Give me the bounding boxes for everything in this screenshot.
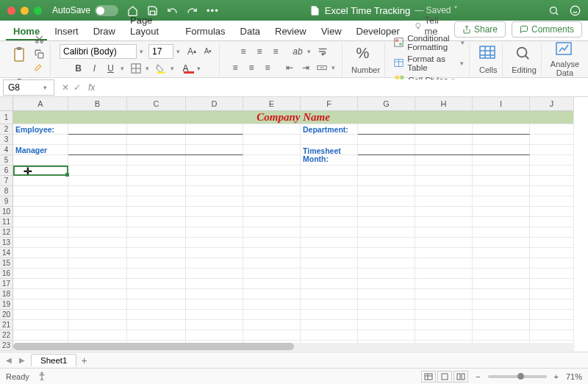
zoom-level[interactable]: 71% bbox=[566, 372, 582, 381]
cell[interactable] bbox=[243, 227, 301, 238]
cell[interactable] bbox=[243, 196, 301, 207]
tab-formulas[interactable]: Formulas bbox=[178, 22, 232, 40]
cell[interactable] bbox=[301, 269, 358, 279]
autosave-toggle[interactable] bbox=[95, 5, 118, 16]
paste-button[interactable] bbox=[9, 44, 29, 65]
cell[interactable] bbox=[186, 279, 243, 289]
chevron-down-icon[interactable]: ▾ bbox=[146, 65, 151, 72]
cell[interactable] bbox=[358, 279, 415, 289]
cell[interactable] bbox=[127, 279, 186, 289]
row-header-21[interactable]: 21 bbox=[0, 320, 13, 330]
cell[interactable] bbox=[127, 166, 186, 176]
name-box[interactable]: G8 ▾ bbox=[3, 79, 54, 96]
cell[interactable] bbox=[415, 248, 473, 258]
row-header-5[interactable]: 5 bbox=[0, 155, 13, 166]
cell[interactable] bbox=[13, 299, 68, 310]
cell[interactable] bbox=[68, 258, 127, 269]
cell[interactable] bbox=[530, 196, 574, 207]
cell[interactable] bbox=[127, 186, 186, 196]
more-icon[interactable]: ••• bbox=[207, 5, 219, 16]
cell[interactable] bbox=[473, 207, 530, 217]
cell[interactable] bbox=[186, 310, 243, 320]
cell[interactable] bbox=[358, 227, 415, 238]
cell[interactable] bbox=[68, 227, 127, 238]
row-header-16[interactable]: 16 bbox=[0, 269, 13, 279]
cell[interactable] bbox=[358, 186, 415, 196]
col-header-J[interactable]: J bbox=[530, 97, 574, 111]
cell[interactable] bbox=[301, 258, 358, 269]
cell[interactable] bbox=[68, 166, 127, 176]
cell[interactable] bbox=[186, 248, 243, 258]
tab-data[interactable]: Data bbox=[233, 22, 268, 40]
copy-button[interactable] bbox=[32, 48, 46, 61]
cell[interactable] bbox=[13, 207, 68, 217]
cell[interactable] bbox=[301, 238, 358, 248]
increase-font[interactable]: A▴ bbox=[185, 45, 198, 58]
row-header-18[interactable]: 18 bbox=[0, 289, 13, 299]
department-label[interactable]: Department: bbox=[301, 124, 358, 135]
align-left[interactable]: ≡ bbox=[229, 61, 242, 74]
tab-insert[interactable]: Insert bbox=[47, 22, 86, 40]
decrease-indent[interactable]: ⇤ bbox=[283, 61, 296, 74]
cell[interactable] bbox=[186, 217, 243, 227]
cell[interactable] bbox=[415, 269, 473, 279]
cell[interactable] bbox=[473, 310, 530, 320]
timesheet-month-input[interactable] bbox=[358, 145, 530, 155]
cell[interactable] bbox=[68, 289, 127, 299]
cell[interactable] bbox=[13, 135, 68, 145]
row-header-3[interactable]: 3 bbox=[0, 135, 13, 145]
cell[interactable] bbox=[127, 299, 186, 310]
row-header-8[interactable]: 8 bbox=[0, 186, 13, 196]
percent-icon[interactable]: % bbox=[356, 45, 376, 64]
underline-button[interactable]: U bbox=[104, 62, 118, 75]
cell[interactable] bbox=[243, 145, 301, 155]
cell[interactable] bbox=[473, 186, 530, 196]
cell[interactable] bbox=[13, 330, 68, 341]
cell[interactable] bbox=[415, 166, 473, 176]
cell[interactable] bbox=[243, 299, 301, 310]
align-middle[interactable]: ≡ bbox=[253, 45, 266, 58]
tab-draw[interactable]: Draw bbox=[86, 22, 123, 40]
cell[interactable] bbox=[530, 145, 574, 155]
cell[interactable] bbox=[301, 217, 358, 227]
cell[interactable] bbox=[13, 248, 68, 258]
cell[interactable] bbox=[358, 269, 415, 279]
cell[interactable] bbox=[127, 330, 186, 341]
cell[interactable] bbox=[301, 299, 358, 310]
cell[interactable] bbox=[530, 269, 574, 279]
chevron-down-icon[interactable]: ▾ bbox=[331, 64, 337, 71]
cell[interactable] bbox=[415, 279, 473, 289]
cell[interactable] bbox=[415, 258, 473, 269]
cell[interactable] bbox=[186, 176, 243, 186]
manager-input[interactable] bbox=[68, 145, 243, 155]
maximize-window[interactable] bbox=[34, 7, 42, 15]
cell[interactable] bbox=[473, 155, 530, 166]
cell[interactable] bbox=[415, 299, 473, 310]
cell[interactable] bbox=[301, 135, 358, 145]
editing-icon[interactable] bbox=[514, 45, 534, 64]
col-header-H[interactable]: H bbox=[415, 97, 473, 111]
tab-page-layout[interactable]: Page Layout bbox=[123, 11, 178, 40]
tab-view[interactable]: View bbox=[314, 22, 349, 40]
minimize-window[interactable] bbox=[21, 7, 29, 15]
orientation[interactable]: ab bbox=[291, 45, 304, 58]
row-header-20[interactable]: 20 bbox=[0, 310, 13, 320]
cell[interactable] bbox=[473, 299, 530, 310]
cell[interactable] bbox=[243, 217, 301, 227]
cell[interactable] bbox=[473, 196, 530, 207]
cell[interactable] bbox=[68, 217, 127, 227]
cell[interactable] bbox=[127, 155, 186, 166]
cell[interactable] bbox=[358, 155, 415, 166]
row-header-11[interactable]: 11 bbox=[0, 217, 13, 227]
cell[interactable] bbox=[530, 124, 574, 135]
col-header-F[interactable]: F bbox=[301, 97, 358, 111]
close-window[interactable] bbox=[7, 7, 15, 15]
manager-label[interactable]: Manager bbox=[13, 145, 68, 155]
cell[interactable] bbox=[186, 135, 243, 145]
cell[interactable] bbox=[415, 196, 473, 207]
row-header-9[interactable]: 9 bbox=[0, 196, 13, 207]
cell[interactable] bbox=[473, 320, 530, 330]
cell[interactable] bbox=[358, 176, 415, 186]
cell[interactable] bbox=[68, 330, 127, 341]
cell[interactable] bbox=[415, 310, 473, 320]
